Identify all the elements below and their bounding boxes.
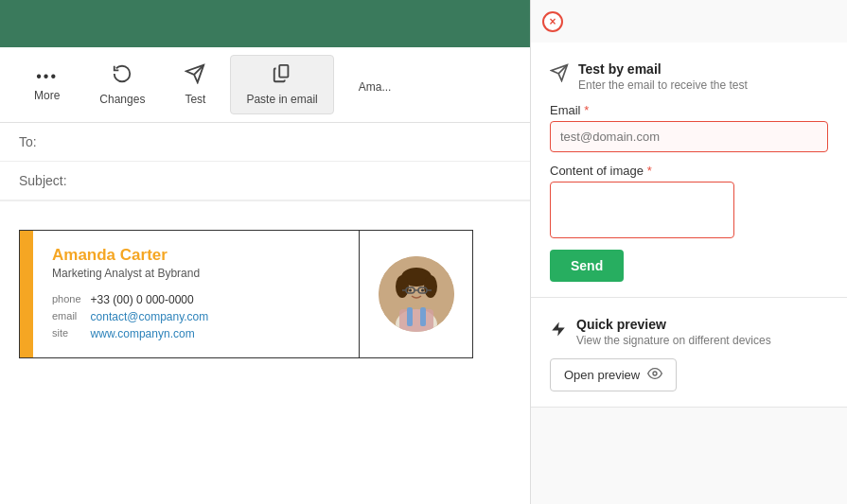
email-label: email bbox=[52, 308, 91, 325]
test-section-title: Test by email bbox=[578, 61, 748, 77]
test-section-header: Test by email Enter the email to receive… bbox=[550, 61, 828, 92]
signature-photo bbox=[379, 256, 454, 332]
more-icon: ••• bbox=[36, 68, 58, 85]
signature-card: Amanda Carter Marketing Analyst at Bybra… bbox=[19, 230, 473, 358]
right-panel: × Test by email Enter the email to recei… bbox=[530, 0, 847, 504]
left-panel: ••• More Changes Test bbox=[0, 0, 530, 504]
signature-accent bbox=[20, 231, 33, 357]
ama-label: Ama... bbox=[359, 80, 392, 94]
svg-rect-0 bbox=[279, 65, 288, 78]
to-label: To: bbox=[19, 134, 76, 149]
subject-field-row: Subject: bbox=[0, 162, 530, 200]
toolbar-item-changes[interactable]: Changes bbox=[84, 56, 160, 113]
preview-section-header: Quick preview View the signature on diff… bbox=[550, 317, 828, 347]
email-row: email contact@company.com bbox=[52, 308, 214, 325]
svg-rect-4 bbox=[407, 307, 413, 326]
email-input[interactable] bbox=[550, 121, 828, 152]
site-row: site www.companyn.com bbox=[52, 325, 214, 342]
preview-section-title: Quick preview bbox=[576, 317, 771, 332]
preview-section-subtitle: View the signature on different devices bbox=[576, 334, 771, 347]
subject-label: Subject: bbox=[19, 173, 76, 188]
lightning-icon bbox=[550, 319, 567, 344]
email-fields: To: Subject: bbox=[0, 123, 530, 201]
to-field-row: To: bbox=[0, 123, 530, 162]
test-icon bbox=[185, 63, 205, 89]
svg-point-9 bbox=[396, 275, 409, 298]
signature-details: phone +33 (00) 0 000-0000 email contact@… bbox=[52, 291, 340, 342]
phone-label: phone bbox=[52, 291, 91, 308]
site-label: site bbox=[52, 325, 91, 342]
test-section-titles: Test by email Enter the email to receive… bbox=[578, 61, 748, 92]
more-label: More bbox=[34, 89, 60, 102]
email-required-star: * bbox=[584, 103, 589, 117]
send-icon bbox=[550, 63, 569, 87]
phone-value: +33 (00) 0 000-0000 bbox=[91, 291, 215, 308]
signature-area: Amanda Carter Marketing Analyst at Bybra… bbox=[0, 201, 530, 387]
changes-label: Changes bbox=[99, 93, 145, 106]
email-input-label: Email * bbox=[550, 103, 828, 117]
close-icon: × bbox=[549, 15, 556, 28]
signature-title: Marketing Analyst at Bybrand bbox=[52, 267, 340, 280]
panel-bottom-space bbox=[531, 408, 847, 504]
paste-in-email-label: Paste in email bbox=[246, 93, 317, 106]
preview-section-titles: Quick preview View the signature on diff… bbox=[576, 317, 771, 347]
test-by-email-section: Test by email Enter the email to receive… bbox=[531, 43, 847, 298]
content-textarea[interactable] bbox=[550, 182, 734, 238]
toolbar-item-ama[interactable]: Ama... bbox=[344, 69, 407, 101]
svg-point-16 bbox=[409, 289, 412, 292]
send-button[interactable]: Send bbox=[550, 250, 624, 282]
eye-icon bbox=[647, 366, 662, 384]
paste-in-email-icon bbox=[272, 63, 292, 89]
signature-content: Amanda Carter Marketing Analyst at Bybra… bbox=[33, 231, 359, 357]
changes-icon bbox=[112, 63, 132, 89]
content-required-star: * bbox=[647, 164, 652, 178]
close-button[interactable]: × bbox=[542, 11, 563, 32]
toolbar-item-more[interactable]: ••• More bbox=[19, 61, 75, 110]
svg-rect-5 bbox=[420, 307, 426, 326]
test-label: Test bbox=[185, 93, 205, 106]
signature-name: Amanda Carter bbox=[52, 246, 340, 265]
toolbar: ••• More Changes Test bbox=[0, 47, 530, 123]
svg-rect-3 bbox=[399, 309, 433, 332]
signature-photo-cell bbox=[359, 231, 472, 357]
open-preview-label: Open preview bbox=[564, 368, 640, 382]
quick-preview-section: Quick preview View the signature on diff… bbox=[531, 298, 847, 408]
content-label: Content of image * bbox=[550, 164, 828, 178]
svg-point-10 bbox=[424, 275, 437, 298]
toolbar-item-test[interactable]: Test bbox=[169, 56, 221, 113]
top-bar bbox=[0, 0, 530, 47]
open-preview-button[interactable]: Open preview bbox=[550, 358, 677, 391]
toolbar-item-paste-in-email[interactable]: Paste in email bbox=[230, 55, 333, 114]
svg-point-17 bbox=[421, 289, 424, 292]
phone-row: phone +33 (00) 0 000-0000 bbox=[52, 291, 214, 308]
site-value: www.companyn.com bbox=[91, 325, 215, 342]
svg-point-18 bbox=[653, 372, 657, 375]
email-value: contact@company.com bbox=[91, 308, 215, 325]
test-section-subtitle: Enter the email to receive the test bbox=[578, 78, 748, 92]
